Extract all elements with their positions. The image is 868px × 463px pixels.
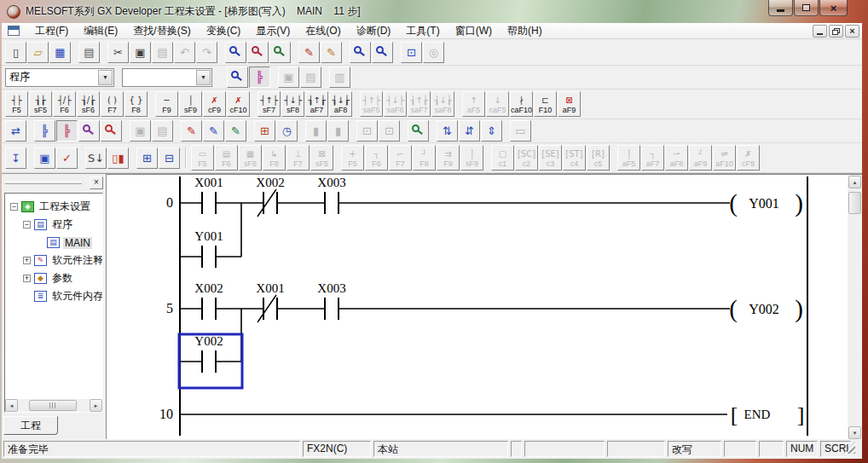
- new-project-button[interactable]: ▯: [5, 42, 26, 63]
- chevron-down-icon[interactable]: ▼: [196, 70, 211, 85]
- ladder-canvas[interactable]: 0X001X002X003(Y001)Y0015X002X001X003(Y00…: [107, 175, 848, 439]
- maximize-button[interactable]: [794, 0, 819, 16]
- find-device-button[interactable]: [247, 42, 269, 63]
- sort-button[interactable]: S↓: [85, 148, 107, 169]
- find-button[interactable]: [225, 42, 246, 63]
- application-instruction-button[interactable]: { }F8: [124, 91, 148, 117]
- statement-edit-button[interactable]: ✎: [321, 42, 342, 63]
- key-label: saF7: [410, 106, 427, 114]
- expand-icon[interactable]: +: [23, 275, 31, 282]
- copy-button[interactable]: ▣: [130, 42, 151, 63]
- device-memory-button[interactable]: ⊞: [254, 120, 275, 142]
- register-monitor-button[interactable]: ⇅: [437, 120, 458, 142]
- menu-view[interactable]: 显示(V): [248, 23, 298, 38]
- rising-pulse-button[interactable]: ┤↑├sF7: [258, 91, 281, 117]
- scrollbar-thumb[interactable]: [29, 400, 77, 411]
- vertical-line-button[interactable]: │sF9: [179, 91, 202, 117]
- project-window-button[interactable]: ⊡: [401, 42, 422, 63]
- parallel-open-contact-button[interactable]: ┧┟sF5: [29, 91, 52, 117]
- scroll-left-icon[interactable]: ◂: [5, 399, 18, 412]
- collapse-icon[interactable]: −: [23, 221, 31, 229]
- invert-operation-button[interactable]: ∤caF10: [510, 91, 533, 117]
- key-label: caF5: [489, 106, 506, 114]
- menu-window[interactable]: 窗口(W): [448, 23, 500, 38]
- falling-pulse-button[interactable]: ┤↓├sF8: [281, 91, 304, 117]
- chevron-down-icon[interactable]: ▼: [98, 70, 113, 85]
- horizontal-line-button[interactable]: ─F9: [155, 91, 178, 117]
- mdi-window-icon[interactable]: [8, 26, 20, 36]
- close-button[interactable]: ×: [819, 0, 848, 16]
- program-type-combo[interactable]: 程序 ▼: [5, 68, 114, 87]
- panel-close-button[interactable]: ×: [90, 177, 103, 189]
- expand-icon[interactable]: +: [23, 257, 31, 264]
- block-list-button[interactable]: ▯▮: [107, 148, 129, 169]
- parallel-closed-contact-button[interactable]: ┧/┟sF6: [77, 91, 100, 117]
- comment-display-button[interactable]: ╠: [56, 120, 78, 142]
- menu-find-replace[interactable]: 查找/替换(S): [125, 23, 198, 38]
- scrollbar-thumb[interactable]: [848, 192, 861, 214]
- delete-horizontal-line-button[interactable]: ✗cF9: [203, 91, 226, 117]
- write-mode-button[interactable]: [101, 120, 122, 142]
- menu-edit[interactable]: 编辑(E): [76, 23, 125, 38]
- scroll-down-icon[interactable]: ▾: [848, 426, 861, 439]
- menu-online[interactable]: 在线(O): [298, 23, 348, 38]
- document-search-button[interactable]: [227, 67, 248, 88]
- tree-horizontal-scrollbar[interactable]: ◂ ▸: [5, 399, 102, 412]
- entry-data-monitor-button[interactable]: [408, 120, 429, 142]
- write-line-button[interactable]: ⊏F10: [534, 91, 557, 117]
- batch-monitor-button[interactable]: ⇕: [481, 120, 502, 142]
- panel-drag-handle[interactable]: [5, 181, 82, 184]
- parallel-falling-pulse-button[interactable]: ┧↓┟aF8: [329, 91, 352, 117]
- tree-item-project-root[interactable]: −◈工程未设置: [5, 198, 102, 216]
- zoom-in-button[interactable]: [372, 42, 393, 63]
- scroll-up-icon[interactable]: ▴: [848, 176, 861, 188]
- minimize-button[interactable]: [768, 0, 793, 16]
- project-data-list-button[interactable]: ╠: [249, 67, 270, 88]
- read-mode-button[interactable]: [78, 120, 100, 142]
- scroll-right-icon[interactable]: ▸: [90, 399, 102, 412]
- coil-button[interactable]: ( )F7: [101, 91, 124, 117]
- mdi-minimize-button[interactable]: [813, 25, 827, 38]
- open-contact-button[interactable]: ┤├F5: [5, 91, 28, 117]
- tree-item-program[interactable]: −▤程序: [5, 216, 102, 234]
- device-comment-button[interactable]: ✎: [181, 120, 202, 142]
- open-project-button[interactable]: ▱: [27, 42, 49, 63]
- device-use-list-button[interactable]: ⊟: [159, 148, 180, 169]
- mdi-restore-button[interactable]: [829, 25, 843, 38]
- print-button[interactable]: ▤: [78, 42, 100, 63]
- ladder-icon: ▤: [47, 237, 60, 248]
- collapse-icon[interactable]: −: [10, 203, 18, 211]
- tree-item-device-comment[interactable]: +✎软元件注释: [5, 252, 102, 269]
- replace-button[interactable]: [269, 42, 291, 63]
- tree-item-main[interactable]: ▤MAIN: [5, 234, 102, 252]
- menu-tools[interactable]: 工具(T): [398, 23, 447, 38]
- statement-button[interactable]: ✎: [203, 120, 224, 142]
- program-name-combo[interactable]: ▼: [122, 68, 212, 87]
- comment-edit-button[interactable]: ✎: [298, 42, 320, 63]
- menu-diagnostics[interactable]: 诊断(D): [349, 23, 399, 38]
- block-convert-button[interactable]: ↧: [5, 148, 26, 169]
- device-timer-button[interactable]: ◷: [276, 120, 298, 142]
- cut-button[interactable]: ✂: [107, 42, 129, 63]
- tree-item-parameter[interactable]: +◆参数: [5, 269, 102, 287]
- window-copy-button[interactable]: ▣: [34, 148, 55, 169]
- closed-contact-button[interactable]: ┤/├F6: [53, 91, 76, 117]
- menu-help[interactable]: 帮助(H): [500, 23, 550, 38]
- project-tab[interactable]: 工程: [3, 416, 58, 435]
- cross-reference-button[interactable]: ⊞: [136, 148, 158, 169]
- parallel-rising-pulse-button[interactable]: ┧↑┟aF7: [305, 91, 328, 117]
- ladder-vertical-scrollbar[interactable]: ▴ ▾: [848, 175, 862, 440]
- delete-vertical-line-button[interactable]: ✗cF10: [227, 91, 250, 117]
- tree-item-device-memory[interactable]: ≣软元件内存: [5, 287, 102, 305]
- zoom-out-button[interactable]: [350, 42, 371, 63]
- mdi-close-button[interactable]: ×: [845, 25, 859, 38]
- delete-line-button[interactable]: ⊠aF9: [558, 91, 581, 117]
- note-button[interactable]: ✎: [225, 120, 246, 142]
- menu-convert[interactable]: 变换(C): [199, 23, 249, 38]
- menu-project[interactable]: 工程(F): [27, 23, 76, 38]
- delete-monitor-button[interactable]: ⇵: [459, 120, 480, 142]
- data-list-toggle-button[interactable]: ╠: [34, 120, 55, 142]
- program-check-button[interactable]: ✓: [56, 148, 78, 169]
- ladder-logic-test-button[interactable]: ⇄: [5, 120, 26, 142]
- save-project-button[interactable]: ▦: [49, 42, 71, 63]
